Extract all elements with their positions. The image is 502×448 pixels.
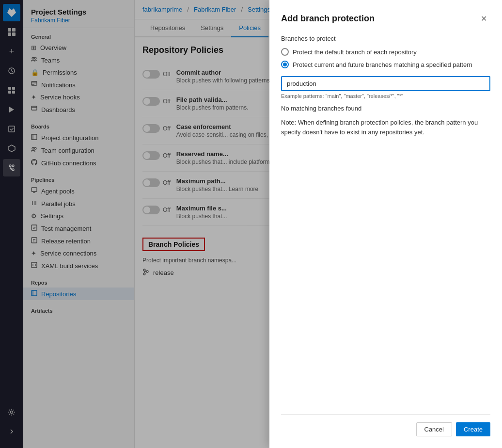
branches-to-protect-label: Branches to protect [281, 35, 490, 42]
no-match-text: No matching branches found [281, 105, 490, 112]
radio-group: Protect the default branch of each repos… [281, 48, 490, 68]
dialog-header: Add branch protection ✕ [281, 12, 490, 25]
dialog-title: Add branch protection [281, 14, 375, 24]
note-text: Note: When defining branch protection po… [281, 118, 490, 137]
close-icon: ✕ [481, 14, 487, 23]
dialog-body: Branches to protect Protect the default … [281, 35, 490, 414]
input-hint: Example patterns: "main", "master", "rel… [281, 93, 490, 99]
add-branch-protection-dialog: Add branch protection ✕ Branches to prot… [269, 0, 502, 448]
radio-circle-1 [281, 48, 289, 56]
dialog-close-button[interactable]: ✕ [477, 12, 490, 25]
radio-option2[interactable]: Protect current and future branches matc… [281, 61, 490, 68]
radio-circle-2 [281, 61, 289, 68]
cancel-button[interactable]: Cancel [416, 422, 452, 436]
radio-label-2: Protect current and future branches matc… [293, 61, 472, 68]
radio-label-1: Protect the default branch of each repos… [293, 48, 417, 56]
radio-option1[interactable]: Protect the default branch of each repos… [281, 48, 490, 56]
dialog-footer: Cancel Create [281, 414, 490, 436]
create-button[interactable]: Create [456, 422, 490, 436]
branch-pattern-input[interactable] [281, 76, 490, 91]
